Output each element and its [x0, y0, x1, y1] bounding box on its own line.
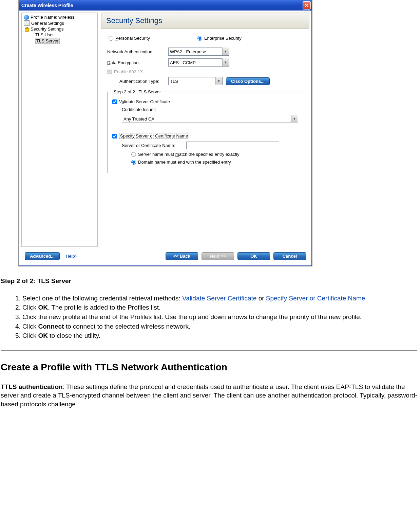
help-link[interactable]: Help? — [66, 254, 77, 259]
ok-button[interactable]: OK — [237, 252, 270, 260]
step-list: Select one of the following credential r… — [1, 294, 417, 340]
tree-item-security[interactable]: Security Settings — [22, 26, 97, 32]
lock-icon — [24, 27, 29, 32]
tree-label: Profile Name: wireless — [31, 15, 74, 20]
radio-match-exact[interactable]: Server name must match the specified ent… — [131, 152, 239, 157]
field-label: Server or Certificate Name: — [122, 143, 186, 148]
next-button: Next >> — [202, 252, 234, 260]
checkbox-label: Specify Server or Certificate Name — [119, 133, 189, 139]
list-item: Click OK. The profile is added to the Pr… — [22, 303, 417, 312]
server-name-input[interactable] — [186, 142, 279, 149]
radio-label: Personal Security — [115, 36, 150, 41]
server-name-row: Server or Certificate Name: — [112, 140, 298, 150]
list-item: Click OK to close the utility. — [22, 331, 417, 340]
select-display[interactable] — [168, 58, 229, 67]
radio-personal-security[interactable]: Personal Security — [109, 36, 150, 41]
radio-input[interactable] — [131, 152, 136, 157]
tree-label: Security Settings — [31, 26, 64, 32]
security-type-group: Personal Security Enterprise Security — [107, 32, 303, 46]
tree-item-general[interactable]: General Settings — [22, 20, 97, 26]
step-heading: Step 2 of 2: TLS Server — [1, 277, 417, 285]
specify-name-row: Specify Server or Certificate Name — [112, 132, 298, 140]
tls-server-fieldset: Step 2 of 2 : TLS Server Validate Server… — [107, 89, 303, 173]
close-icon[interactable]: ✕ — [303, 1, 311, 10]
back-button[interactable]: << Back — [166, 252, 198, 260]
field-label: Network Authentication: — [107, 49, 168, 54]
advanced-button[interactable]: Advanced... — [25, 252, 60, 260]
titlebar[interactable]: Create Wireless Profile ✕ — [19, 0, 312, 11]
enable-8021x-row: Enable 802.1X — [107, 68, 303, 76]
tree-item-profile[interactable]: Profile Name: wireless — [22, 14, 97, 20]
checkbox-label: Validate Server Certificate — [119, 99, 170, 104]
radio-input[interactable] — [109, 36, 113, 41]
field-label: Certificate Issuer: — [122, 107, 156, 112]
radio-label: Domain name must end with the specified … — [138, 160, 231, 165]
window-title: Create Wireless Profile — [21, 3, 73, 8]
select-display[interactable] — [168, 77, 223, 85]
cert-issuer-label-row: Certificate Issuer: — [112, 106, 298, 113]
section-header: Security Settings — [101, 13, 309, 29]
radio-label: Server name must match the specified ent… — [138, 152, 239, 157]
network-auth-row: Network Authentication: — [107, 46, 303, 57]
checkbox-label: Enable 802.1X — [114, 69, 143, 74]
select-display[interactable] — [168, 48, 229, 56]
section-heading: Create a Profile with TTLS Network Authe… — [1, 361, 417, 374]
tree-label: TLS Server — [35, 38, 60, 44]
radio-input[interactable] — [131, 160, 136, 165]
tree-label: General Settings — [31, 21, 64, 26]
radio-input[interactable] — [197, 36, 202, 41]
divider — [1, 350, 417, 351]
validate-cert-checkbox[interactable]: Validate Server Certificate — [112, 99, 170, 104]
card-icon — [24, 20, 30, 26]
data-encryption-select[interactable] — [168, 58, 229, 67]
specify-name-checkbox[interactable]: Specify Server or Certificate Name — [112, 133, 189, 139]
list-item: Click the new profile at the end of the … — [22, 312, 417, 322]
document-body: Step 2 of 2: TLS Server Select one of th… — [0, 277, 420, 421]
link-specify-name[interactable]: Specify Server or Certificate Name — [266, 295, 365, 302]
match-exact-row: Server name must match the specified ent… — [112, 150, 298, 158]
list-item: Click Connect to connect to the selected… — [22, 322, 417, 331]
match-domain-row: Domain name must end with the specified … — [112, 158, 298, 166]
content-pane: Security Settings Personal Security Ente… — [98, 13, 309, 247]
data-encryption-row: Data Encryption: — [107, 57, 303, 68]
cert-issuer-select-row — [112, 113, 298, 124]
fieldset-legend: Step 2 of 2 : TLS Server — [112, 89, 162, 94]
button-bar: Advanced... Help? << Back Next >> OK Can… — [21, 247, 309, 263]
link-validate-cert[interactable]: Validate Server Certificate — [182, 295, 256, 302]
radio-label: Enterprise Security — [204, 36, 242, 41]
tree-item-tls-server[interactable]: TLS Server — [22, 38, 97, 44]
enable-8021x-checkbox: Enable 802.1X — [107, 69, 143, 74]
cancel-button[interactable]: Cancel — [273, 252, 306, 260]
checkbox-input[interactable] — [112, 99, 117, 104]
paragraph: TTLS authentication: These settings defi… — [1, 383, 417, 409]
auth-type-row: Authentication Type: Cisco Options... — [107, 76, 303, 87]
select-display[interactable] — [122, 115, 298, 123]
checkbox-input[interactable] — [112, 134, 117, 139]
list-item: Select one of the following credential r… — [22, 294, 417, 303]
field-label: Authentication Type: — [107, 79, 168, 84]
radio-match-domain[interactable]: Domain name must end with the specified … — [131, 160, 231, 165]
field-label: Data Encryption: — [107, 60, 168, 65]
tree-label: TLS User — [35, 32, 54, 37]
globe-icon — [24, 15, 29, 20]
checkbox-input — [107, 70, 112, 74]
cisco-options-button[interactable]: Cisco Options... — [226, 77, 270, 85]
dialog-window: Create Wireless Profile ✕ Profile Name: … — [18, 0, 312, 266]
network-auth-select[interactable] — [168, 48, 229, 56]
auth-type-select[interactable] — [168, 77, 223, 85]
radio-enterprise-security[interactable]: Enterprise Security — [197, 36, 242, 41]
nav-tree[interactable]: Profile Name: wireless General Settings … — [21, 13, 98, 247]
validate-cert-row: Validate Server Certificate — [112, 98, 298, 106]
tree-item-tls-user[interactable]: TLS User — [22, 32, 97, 38]
cert-issuer-select[interactable] — [122, 115, 298, 123]
